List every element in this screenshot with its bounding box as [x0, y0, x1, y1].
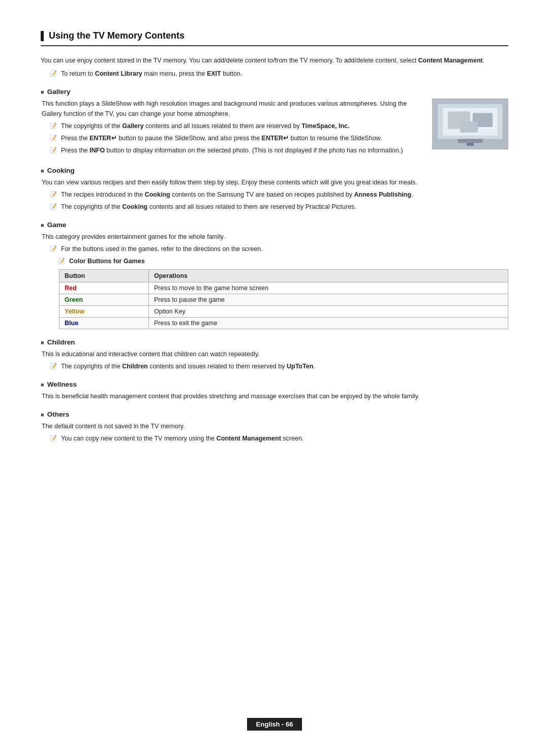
color-buttons-label: Color Buttons for Games	[69, 256, 145, 266]
r-icon-cooking: ■	[41, 168, 44, 174]
cooking-body: You can view various recipes and then ea…	[42, 177, 508, 187]
note-icon: 📝	[50, 69, 58, 78]
footer: English - 66	[0, 718, 549, 731]
note-icon-g3: 📝	[50, 146, 58, 155]
table-row: Red Press to move to the game home scree…	[59, 282, 508, 294]
col-operations: Operations	[148, 270, 508, 282]
cooking-heading-text: Cooking	[47, 167, 75, 174]
others-heading-text: Others	[47, 411, 70, 418]
game-section: ■ Game This category provides entertainm…	[41, 221, 508, 329]
children-note1-text: The copyrights of the Children contents …	[61, 361, 315, 371]
wellness-body: This is beneficial health management con…	[42, 391, 508, 401]
col-button: Button	[59, 270, 149, 282]
svg-rect-6	[458, 139, 483, 143]
op-yellow: Option Key	[148, 306, 508, 318]
cooking-note1: 📝 The recipes introduced in the Cooking …	[50, 190, 508, 200]
gallery-heading-text: Gallery	[47, 88, 71, 96]
r-icon-others: ■	[41, 412, 44, 418]
r-icon-game: ■	[41, 222, 44, 228]
wellness-heading: ■ Wellness	[41, 381, 508, 388]
gallery-body: This function plays a SlideShow with hig…	[42, 99, 422, 119]
btn-green: Green	[59, 294, 149, 306]
gallery-text-block: This function plays a SlideShow with hig…	[41, 99, 422, 158]
note-icon-o1: 📝	[50, 434, 58, 443]
footer-badge: English - 66	[247, 718, 302, 731]
gallery-container: This function plays a SlideShow with hig…	[41, 99, 508, 158]
children-heading: ■ Children	[41, 338, 508, 346]
btn-blue: Blue	[59, 318, 149, 329]
gallery-image	[432, 99, 508, 149]
cooking-note2: 📝 The copyrights of the Cooking contents…	[50, 202, 508, 212]
op-red: Press to move to the game home screen	[148, 282, 508, 294]
intro-note1: 📝 To return to Content Library main menu…	[50, 69, 508, 79]
op-blue: Press to exit the game	[148, 318, 508, 329]
color-buttons-label-line: 📝 Color Buttons for Games	[58, 256, 508, 266]
table-row: Yellow Option Key	[59, 306, 508, 318]
table-row: Green Press to pause the game	[59, 294, 508, 306]
game-heading: ■ Game	[41, 221, 508, 229]
note-icon-g2: 📝	[50, 134, 58, 143]
note-icon-g1: 📝	[50, 121, 58, 131]
r-icon-wellness: ■	[41, 382, 44, 388]
others-heading: ■ Others	[41, 411, 508, 418]
wellness-section: ■ Wellness This is beneficial health man…	[41, 381, 508, 401]
game-heading-text: Game	[47, 221, 67, 229]
gallery-note3: 📝 Press the INFO button to display infor…	[50, 145, 422, 155]
gallery-note2: 📝 Press the ENTER↵ button to pause the S…	[50, 133, 422, 143]
note-icon-ch1: 📝	[50, 362, 58, 371]
title-bar-icon	[41, 31, 44, 41]
children-body: This is educational and interactive cont…	[42, 349, 508, 359]
page-title: Using the TV Memory Contents	[41, 30, 508, 46]
children-note1: 📝 The copyrights of the Children content…	[50, 361, 508, 371]
others-body: The default content is not saved in the …	[42, 421, 508, 431]
note-icon-gm1: 📝	[50, 244, 58, 254]
cooking-heading: ■ Cooking	[41, 167, 508, 174]
cooking-section: ■ Cooking You can view various recipes a…	[41, 167, 508, 212]
gallery-note1: 📝 The copyrights of the Gallery contents…	[50, 121, 422, 131]
note-icon-c1: 📝	[50, 190, 58, 199]
others-note1: 📝 You can copy new content to the TV mem…	[50, 433, 508, 444]
wellness-heading-text: Wellness	[47, 381, 77, 388]
intro-line1: You can use enjoy content stored in the …	[41, 55, 508, 66]
title-text: Using the TV Memory Contents	[49, 30, 185, 41]
r-icon-children: ■	[41, 339, 44, 345]
intro-note1-text: To return to Content Library main menu, …	[61, 69, 242, 79]
children-heading-text: Children	[47, 338, 75, 346]
table-header-row: Button Operations	[59, 270, 508, 282]
btn-yellow: Yellow	[59, 306, 149, 318]
svg-rect-7	[467, 143, 474, 146]
color-buttons-table: Button Operations Red Press to move to t…	[59, 269, 508, 329]
gallery-note3-text: Press the INFO button to display informa…	[61, 145, 403, 155]
gallery-section: ■ Gallery This function plays a SlideSho…	[41, 88, 508, 158]
note-icon-gm2: 📝	[58, 257, 66, 266]
note-icon-c2: 📝	[50, 202, 58, 211]
children-section: ■ Children This is educational and inter…	[41, 338, 508, 371]
btn-red: Red	[59, 282, 149, 294]
gallery-heading: ■ Gallery	[41, 88, 508, 96]
table-row: Blue Press to exit the game	[59, 318, 508, 329]
gallery-note2-text: Press the ENTER↵ button to pause the Sli…	[61, 133, 382, 143]
game-body: This category provides entertainment gam…	[42, 232, 508, 242]
op-green: Press to pause the game	[148, 294, 508, 306]
gallery-note1-text: The copyrights of the Gallery contents a…	[61, 121, 349, 131]
r-icon-gallery: ■	[41, 89, 44, 95]
game-note1: 📝 For the buttons used in the games, ref…	[50, 244, 508, 254]
game-note1-text: For the buttons used in the games, refer…	[61, 244, 263, 254]
others-note1-text: You can copy new content to the TV memor…	[61, 433, 303, 444]
cooking-note2-text: The copyrights of the Cooking contents a…	[61, 202, 356, 212]
others-section: ■ Others The default content is not save…	[41, 411, 508, 444]
svg-rect-5	[460, 121, 477, 133]
cooking-note1-text: The recipes introduced in the Cooking co…	[61, 190, 413, 200]
